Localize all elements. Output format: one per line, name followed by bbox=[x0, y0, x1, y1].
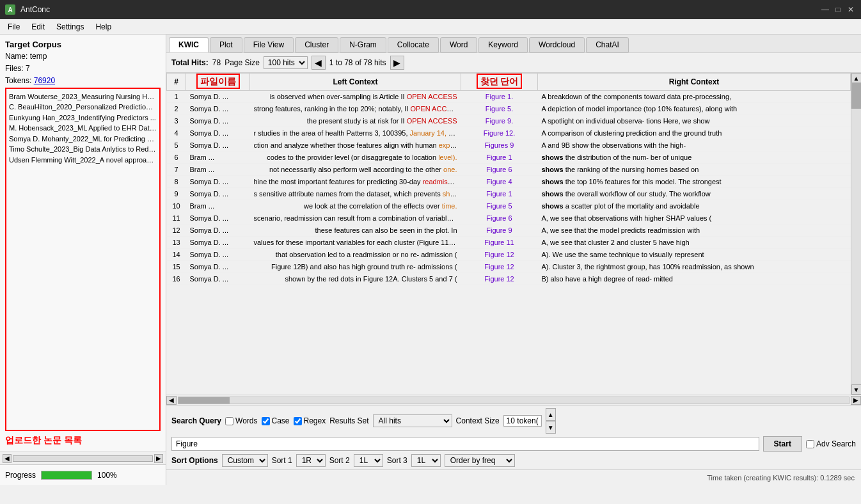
vscroll-down-btn[interactable]: ▼ bbox=[851, 384, 862, 395]
tab-wordcloud[interactable]: Wordcloud bbox=[529, 37, 585, 52]
nav-prev-button[interactable]: ◀ bbox=[312, 56, 326, 70]
corpus-file-item[interactable]: Timo Schulte_2023_Big Data Anlytics to R… bbox=[9, 144, 157, 155]
words-checkbox[interactable] bbox=[225, 417, 233, 425]
hscroll-left-btn[interactable]: ◀ bbox=[166, 396, 177, 405]
menu-help[interactable]: Help bbox=[90, 21, 116, 33]
table-row[interactable]: 1Somya D. ...is observed when over-sampl… bbox=[167, 91, 851, 103]
close-button[interactable]: ✕ bbox=[846, 4, 856, 15]
cell-hit[interactable]: Figure 12 bbox=[461, 261, 538, 273]
cell-file[interactable]: Somya D. ... bbox=[186, 139, 250, 152]
tab-file-view[interactable]: File View bbox=[244, 37, 294, 52]
cell-file[interactable]: Somya D. ... bbox=[186, 103, 250, 115]
table-inner[interactable]: # 파일이름 Left Context 찾던 단어 Right Context bbox=[166, 73, 851, 395]
tab-chatai[interactable]: ChatAI bbox=[586, 37, 629, 52]
tab-collocate[interactable]: Collocate bbox=[388, 37, 439, 52]
sort-custom-select[interactable]: Custom File Left Right bbox=[222, 454, 268, 467]
tab-plot[interactable]: Plot bbox=[210, 37, 242, 52]
cell-hit[interactable]: Figure 12. bbox=[461, 127, 538, 139]
cell-file[interactable]: Somya D. ... bbox=[186, 212, 250, 224]
cell-file[interactable]: Somya D. ... bbox=[186, 237, 250, 249]
cell-hit[interactable]: Figures 9 bbox=[461, 139, 538, 152]
cell-hit[interactable]: Figure 11 bbox=[461, 237, 538, 249]
table-row[interactable]: 12Somya D. ...these features can also be… bbox=[167, 224, 851, 237]
cell-file[interactable]: Bram ... bbox=[186, 152, 250, 164]
sort2-select[interactable]: 1L 1R 2R 2L 3L bbox=[354, 454, 383, 467]
table-row[interactable]: 5Somya D. ...ction and analyze whether t… bbox=[167, 139, 851, 152]
cell-hit[interactable]: Figure 1. bbox=[461, 91, 538, 103]
corpus-file-item[interactable]: M. Hobensack_2023_ML Applied to EHR Data… bbox=[9, 123, 157, 134]
menu-settings[interactable]: Settings bbox=[51, 21, 89, 33]
corpus-file-item[interactable]: Eunkyung Han_2023_Indentifying Predictor… bbox=[9, 113, 157, 123]
corpus-file-item[interactable]: Udsen Flemming Witt_2022_A novel approac… bbox=[9, 155, 157, 166]
cell-hit[interactable]: Figure 12 bbox=[461, 273, 538, 285]
table-row[interactable]: 9Somya D. ...s sensitive attribute names… bbox=[167, 188, 851, 200]
hscroll-track[interactable] bbox=[178, 397, 849, 404]
regex-checkbox[interactable] bbox=[294, 417, 302, 425]
table-row[interactable]: 2Somya D. ...strong features, ranking in… bbox=[167, 103, 851, 115]
adv-search-checkbox[interactable] bbox=[806, 440, 814, 448]
nav-next-button[interactable]: ▶ bbox=[390, 56, 404, 70]
vscroll-thumb[interactable] bbox=[851, 83, 861, 109]
cell-hit[interactable]: Figure 1 bbox=[461, 152, 538, 164]
corpus-file-item[interactable]: Bram Wouterse_2023_Measuring Nursing Ho.… bbox=[9, 91, 157, 102]
tab-kwic[interactable]: KWIC bbox=[169, 37, 209, 52]
table-row[interactable]: 7Bram ...not necessarily also perform we… bbox=[167, 164, 851, 176]
tab-n-gram[interactable]: N-Gram bbox=[340, 37, 386, 52]
cell-file[interactable]: Somya D. ... bbox=[186, 273, 250, 285]
cell-file[interactable]: Bram ... bbox=[186, 164, 250, 176]
start-button[interactable]: Start bbox=[763, 436, 802, 452]
table-row[interactable]: 8Somya D. ...hine the most important fea… bbox=[167, 176, 851, 188]
cell-file[interactable]: Somya D. ... bbox=[186, 224, 250, 237]
table-row[interactable]: 16Somya D. ...shown by the red dots in F… bbox=[167, 273, 851, 285]
table-row[interactable]: 13Somya D. ...values for these important… bbox=[167, 237, 851, 249]
search-query-input[interactable] bbox=[171, 437, 759, 451]
vscroll-up-btn[interactable]: ▲ bbox=[851, 73, 862, 83]
cell-hit[interactable]: Figure 4 bbox=[461, 176, 538, 188]
minimize-button[interactable]: — bbox=[820, 4, 830, 15]
hscroll-right-btn[interactable]: ▶ bbox=[851, 396, 861, 405]
context-spinner-down[interactable]: ▼ bbox=[546, 421, 556, 434]
cell-hit[interactable]: Figure 1 bbox=[461, 188, 538, 200]
table-row[interactable]: 6Bram ...codes to the provider level (or… bbox=[167, 152, 851, 164]
sort3-select[interactable]: 1L 1R 2R 2L 3L bbox=[411, 454, 441, 467]
table-row[interactable]: 14Somya D. ...that observation led to a … bbox=[167, 249, 851, 261]
vertical-scrollbar[interactable]: ▲ ▼ bbox=[851, 73, 861, 395]
page-size-select[interactable]: 100 hits 10 hits 25 hits 50 hits 200 hit… bbox=[264, 56, 308, 69]
cell-hit[interactable]: Figure 6 bbox=[461, 164, 538, 176]
cell-file[interactable]: Somya D. ... bbox=[186, 261, 250, 273]
hscroll-thumb[interactable] bbox=[178, 397, 230, 404]
tokens-value[interactable]: 76920 bbox=[34, 76, 55, 85]
cell-hit[interactable]: Figure 5 bbox=[461, 200, 538, 212]
left-scroll-right-btn[interactable]: ▶ bbox=[154, 454, 163, 463]
menu-file[interactable]: File bbox=[3, 21, 25, 33]
table-row[interactable]: 11Somya D. ...scenario, readmission can … bbox=[167, 212, 851, 224]
sort1-select[interactable]: 1R 2R 1L 2L 3L bbox=[296, 454, 326, 467]
vscroll-track[interactable] bbox=[851, 83, 861, 384]
menu-edit[interactable]: Edit bbox=[26, 21, 50, 33]
tab-cluster[interactable]: Cluster bbox=[295, 37, 338, 52]
maximize-button[interactable]: □ bbox=[833, 4, 843, 15]
corpus-file-item[interactable]: C. BeauHilton_2020_Personalized Predicti… bbox=[9, 102, 157, 113]
table-row[interactable]: 3Somya D. ...the present study is at ris… bbox=[167, 115, 851, 127]
cell-file[interactable]: Somya D. ... bbox=[186, 91, 250, 103]
context-size-input[interactable] bbox=[503, 415, 542, 427]
cell-hit[interactable]: Figure 5. bbox=[461, 103, 538, 115]
order-select[interactable]: Order by freq Order by alpha bbox=[445, 454, 515, 467]
cell-hit[interactable]: Figure 6 bbox=[461, 212, 538, 224]
cell-file[interactable]: Somya D. ... bbox=[186, 127, 250, 139]
context-spinner-up[interactable]: ▲ bbox=[546, 408, 556, 421]
cell-file[interactable]: Somya D. ... bbox=[186, 115, 250, 127]
table-row[interactable]: 4Somya D. ...r studies in the area of he… bbox=[167, 127, 851, 139]
table-row[interactable]: 10Bram ...we look at the correlation of … bbox=[167, 200, 851, 212]
tab-word[interactable]: Word bbox=[440, 37, 477, 52]
table-row[interactable]: 15Somya D. ...Figure 12B) and also has h… bbox=[167, 261, 851, 273]
cell-hit[interactable]: Figure 9 bbox=[461, 224, 538, 237]
tab-keyword[interactable]: Keyword bbox=[478, 37, 528, 52]
left-scroll-left-btn[interactable]: ◀ bbox=[3, 454, 12, 463]
cell-hit[interactable]: Figure 12 bbox=[461, 249, 538, 261]
corpus-file-item[interactable]: Somya D. Mohanty_2022_ML for Predicting … bbox=[9, 134, 157, 145]
cell-file[interactable]: Somya D. ... bbox=[186, 188, 250, 200]
left-scrollbar[interactable] bbox=[13, 455, 153, 462]
cell-file[interactable]: Bram ... bbox=[186, 200, 250, 212]
results-set-select[interactable]: All hits Concordance hits Unique hits bbox=[373, 414, 452, 427]
